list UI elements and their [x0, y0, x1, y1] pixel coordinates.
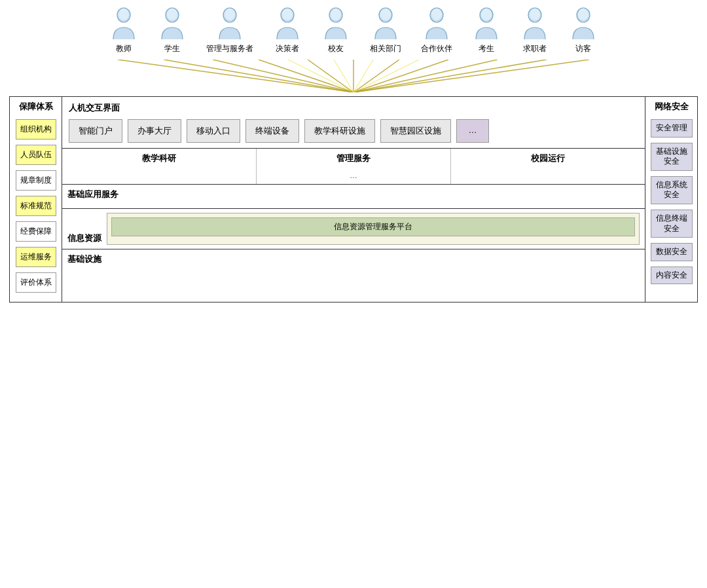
hmi-box: 教学科研设施: [304, 119, 375, 143]
left-sidebar-item: 经费保障: [16, 221, 56, 242]
svg-line-28: [354, 60, 498, 92]
info-resource-label: 信息资源: [67, 232, 101, 244]
svg-point-11: [380, 9, 391, 20]
info-resource-section: 信息资源 信息资源管理服务平台: [62, 209, 645, 249]
teaching-block: 教学科研: [62, 149, 257, 184]
user-label: 决策者: [276, 43, 299, 54]
right-sidebar-title: 网络安全: [655, 101, 689, 113]
user-item: 合作伙伴: [421, 7, 452, 54]
svg-point-3: [167, 9, 177, 20]
hmi-box: 移动入口: [187, 119, 240, 143]
lightning-area: .ln { stroke: #b8a020; stroke-width: 1.5…: [7, 60, 700, 92]
right-sidebar-item: 基础设施安全: [651, 143, 693, 171]
user-label: 管理与服务者: [206, 43, 253, 54]
left-sidebar-item: 运维服务: [16, 247, 56, 267]
user-item: 决策者: [273, 7, 302, 54]
users-section: 教师 学生 管理与服务者 决策者 校友 相关部门 合作伙伴 考生 求职者 访客: [7, 7, 700, 54]
user-item: 考生: [472, 7, 501, 54]
svg-point-7: [282, 9, 293, 20]
right-sidebar-item: 信息终端安全: [651, 210, 693, 238]
user-label: 合作伙伴: [421, 43, 452, 54]
campus-block: 校园运行: [451, 149, 645, 184]
svg-line-23: [259, 60, 354, 92]
user-item: 校友: [321, 7, 350, 54]
basic-service-title: 基础应用服务: [67, 189, 640, 200]
campus-title: 校园运行: [455, 153, 641, 164]
svg-line-29: [354, 60, 547, 92]
page: 教师 学生 管理与服务者 决策者 校友 相关部门 合作伙伴 考生 求职者 访客: [0, 0, 707, 588]
info-resource-header: 信息资源 信息资源管理服务平台: [67, 213, 640, 245]
right-sidebar: 网络安全 安全管理基础设施安全信息系统安全信息终端安全数据安全内容安全: [645, 97, 697, 302]
user-item: 教师: [109, 7, 138, 54]
svg-line-27: [354, 60, 448, 92]
infra-title: 基础设施: [67, 253, 640, 265]
user-label: 考生: [479, 43, 494, 54]
user-item: 管理与服务者: [206, 7, 253, 54]
hmi-box: 办事大厅: [128, 119, 181, 143]
svg-line-30: [354, 60, 589, 92]
hmi-section: 人机交互界面 智能门户办事大厅移动入口终端设备教学科研设施智慧园区设施…: [62, 97, 645, 149]
svg-point-19: [578, 9, 589, 20]
user-item: 求职者: [520, 7, 549, 54]
hmi-box: 智慧园区设施: [380, 119, 451, 143]
svg-point-1: [118, 9, 129, 20]
center-content: 人机交互界面 智能门户办事大厅移动入口终端设备教学科研设施智慧园区设施… 教学科…: [62, 97, 645, 302]
svg-point-15: [481, 9, 492, 20]
svg-point-5: [225, 9, 235, 20]
user-label: 求职者: [523, 43, 547, 54]
user-label: 校友: [328, 43, 344, 54]
user-item: 访客: [569, 7, 598, 54]
basic-service-section: 基础应用服务: [62, 185, 645, 209]
left-sidebar-item: 人员队伍: [16, 145, 56, 165]
hmi-title: 人机交互界面: [69, 102, 638, 114]
left-sidebar-item: 组织机构: [16, 119, 56, 139]
left-sidebar-item: 规章制度: [16, 170, 56, 191]
management-block: 管理服务 …: [257, 149, 451, 184]
info-platform-bar: 信息资源管理服务平台: [111, 217, 635, 236]
hmi-box: 智能门户: [69, 119, 122, 143]
user-label: 访客: [575, 43, 591, 54]
left-sidebar: 保障体系 组织机构人员队伍规章制度标准规范经费保障运维服务评价体系: [10, 97, 62, 302]
right-sidebar-item: 安全管理: [651, 119, 693, 138]
svg-point-13: [431, 9, 442, 20]
hmi-boxes: 智能门户办事大厅移动入口终端设备教学科研设施智慧园区设施…: [69, 119, 638, 143]
hmi-box: …: [456, 119, 489, 143]
user-item: 相关部门: [370, 7, 401, 54]
svg-point-9: [331, 9, 341, 20]
infra-section: 基础设施: [62, 249, 645, 281]
management-title: 管理服务: [261, 153, 446, 164]
right-sidebar-item: 数据安全: [651, 243, 693, 261]
svg-point-17: [530, 9, 540, 20]
teaching-title: 教学科研: [66, 153, 252, 164]
right-sidebar-item: 内容安全: [651, 266, 693, 285]
user-label: 教师: [116, 43, 132, 54]
main-frame: 保障体系 组织机构人员队伍规章制度标准规范经费保障运维服务评价体系 人机交互界面…: [9, 96, 698, 303]
svg-line-21: [164, 60, 354, 92]
hmi-box: 终端设备: [245, 119, 299, 143]
user-item: 学生: [158, 7, 187, 54]
management-dots: …: [261, 171, 446, 180]
left-sidebar-item: 评价体系: [16, 272, 56, 293]
middle-sections: 教学科研 管理服务 … 校园运行: [62, 149, 645, 185]
left-sidebar-title: 保障体系: [19, 101, 53, 113]
user-label: 学生: [164, 43, 180, 54]
left-sidebar-item: 标准规范: [16, 196, 56, 216]
user-label: 相关部门: [370, 43, 401, 54]
info-resource-inner: 信息资源管理服务平台: [107, 213, 640, 245]
right-sidebar-item: 信息系统安全: [651, 176, 693, 204]
